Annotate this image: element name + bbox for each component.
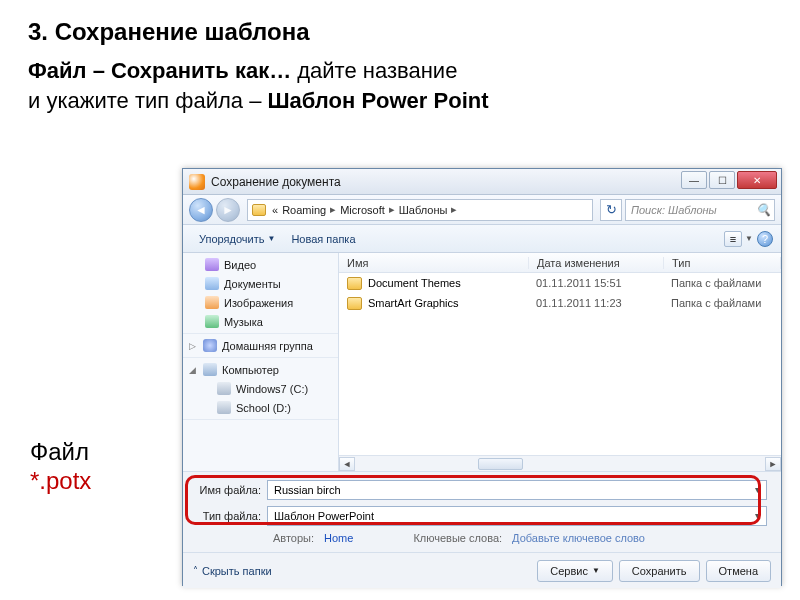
homegroup-icon (203, 339, 217, 352)
sidebar-item-video[interactable]: Видео (183, 255, 338, 274)
filename-label: Имя файла: (197, 484, 267, 496)
close-button[interactable]: ✕ (737, 171, 777, 189)
sidebar-item-drive-d[interactable]: School (D:) (183, 398, 338, 417)
sidebar-label: Документы (224, 278, 281, 290)
file-ext: *.potx (30, 467, 91, 494)
item-type: Папка с файлами (671, 277, 761, 289)
sidebar-item-pictures[interactable]: Изображения (183, 293, 338, 312)
keywords-label: Ключевые слова: (413, 532, 502, 544)
minimize-button[interactable]: — (681, 171, 707, 189)
maximize-button[interactable]: ☐ (709, 171, 735, 189)
list-header: Имя Дата изменения Тип (339, 253, 781, 273)
titlebar[interactable]: Сохранение документа — ☐ ✕ (183, 169, 781, 195)
documents-icon (205, 277, 219, 290)
sidebar-item-homegroup[interactable]: ▷Домашняя группа (183, 336, 338, 355)
crumb-1[interactable]: Microsoft (338, 204, 387, 216)
list-item[interactable]: Document Themes 01.11.2011 15:51 Папка с… (339, 273, 781, 293)
drive-icon (217, 401, 231, 414)
chevron-down-icon: ▼ (267, 234, 275, 243)
sidebar-label: Изображения (224, 297, 293, 309)
item-date: 01.11.2011 15:51 (536, 277, 671, 289)
crumb-prefix: « (270, 204, 280, 216)
instr-bold-2: Шаблон Power Point (267, 88, 488, 113)
hide-folders-button[interactable]: ˄ Скрыть папки (193, 565, 272, 577)
refresh-button[interactable]: ↻ (600, 199, 622, 221)
toolbar: Упорядочить ▼ Новая папка ≡ ▼ ? (183, 225, 781, 253)
keywords-value[interactable]: Добавьте ключевое слово (512, 532, 645, 544)
filetype-select[interactable]: Шаблон PowerPoint (267, 506, 767, 526)
help-button[interactable]: ? (757, 231, 773, 247)
hide-folders-label: Скрыть папки (202, 565, 272, 577)
tools-button[interactable]: Сервис ▼ (537, 560, 613, 582)
authors-value[interactable]: Home (324, 532, 353, 544)
chevron-down-icon: ▼ (745, 234, 753, 243)
col-name[interactable]: Имя (339, 257, 529, 269)
folder-icon (347, 297, 362, 310)
breadcrumb[interactable]: « Roaming ▸ Microsoft ▸ Шаблоны ▸ (247, 199, 593, 221)
crumb-sep: ▸ (449, 203, 459, 216)
crumb-sep: ▸ (387, 203, 397, 216)
sidebar-label: School (D:) (236, 402, 291, 414)
bottom-bar: ˄ Скрыть папки Сервис ▼ Сохранить Отмена (183, 552, 781, 588)
collapse-icon: ◢ (189, 365, 196, 375)
scroll-track[interactable] (355, 457, 765, 471)
sidebar-label: Windows7 (C:) (236, 383, 308, 395)
slide-heading: 3. Сохранение шаблона (0, 0, 800, 56)
folder-icon (347, 277, 362, 290)
search-icon: 🔍 (756, 203, 770, 217)
tools-label: Сервис (550, 565, 588, 577)
video-icon (205, 258, 219, 271)
sidebar-label: Видео (224, 259, 256, 271)
item-type: Папка с файлами (671, 297, 761, 309)
chevron-down-icon: ▼ (592, 566, 600, 575)
scroll-right-button[interactable]: ► (765, 457, 781, 471)
sidebar-item-documents[interactable]: Документы (183, 274, 338, 293)
sidebar-item-drive-c[interactable]: Windows7 (C:) (183, 379, 338, 398)
save-button[interactable]: Сохранить (619, 560, 700, 582)
music-icon (205, 315, 219, 328)
item-date: 01.11.2011 11:23 (536, 297, 671, 309)
crumb-sep: ▸ (328, 203, 338, 216)
crumb-0[interactable]: Roaming (280, 204, 328, 216)
organize-button[interactable]: Упорядочить ▼ (191, 230, 283, 248)
instr-bold-1: Файл – Сохранить как… (28, 58, 291, 83)
file-word: Файл (30, 438, 89, 465)
file-list: Имя Дата изменения Тип Document Themes 0… (339, 253, 781, 471)
sidebar-item-music[interactable]: Музыка (183, 312, 338, 331)
authors-label: Авторы: (273, 532, 314, 544)
drive-icon (217, 382, 231, 395)
pictures-icon (205, 296, 219, 309)
instr-head-2: и укажите тип файла – (28, 88, 267, 113)
view-options-button[interactable]: ≡ (724, 231, 742, 247)
sidebar-item-computer[interactable]: ◢Компьютер (183, 360, 338, 379)
sidebar-label: Музыка (224, 316, 263, 328)
nav-bar: ◄ ► « Roaming ▸ Microsoft ▸ Шаблоны ▸ ↻ … (183, 195, 781, 225)
horizontal-scrollbar[interactable]: ◄ ► (339, 455, 781, 471)
filetype-label: Тип файла: (197, 510, 267, 522)
forward-button[interactable]: ► (216, 198, 240, 222)
filename-input[interactable]: Russian birch (267, 480, 767, 500)
sidebar: Видео Документы Изображения Музыка ▷Дома… (183, 253, 339, 471)
col-type[interactable]: Тип (664, 257, 781, 269)
new-folder-button[interactable]: Новая папка (283, 230, 363, 248)
crumb-2[interactable]: Шаблоны (397, 204, 450, 216)
file-fields: Имя файла: Russian birch Тип файла: Шабл… (183, 471, 781, 552)
cancel-button[interactable]: Отмена (706, 560, 771, 582)
folder-icon (252, 204, 266, 216)
search-placeholder: Поиск: Шаблоны (631, 204, 717, 216)
chevron-up-icon: ˄ (193, 565, 198, 576)
dialog-title: Сохранение документа (211, 175, 341, 189)
back-button[interactable]: ◄ (189, 198, 213, 222)
app-icon (189, 174, 205, 190)
slide-instruction: Файл – Сохранить как… дайте название и у… (0, 56, 800, 115)
computer-icon (203, 363, 217, 376)
list-item[interactable]: SmartArt Graphics 01.11.2011 11:23 Папка… (339, 293, 781, 313)
scroll-thumb[interactable] (478, 458, 523, 470)
expand-icon: ▷ (189, 341, 196, 351)
scroll-left-button[interactable]: ◄ (339, 457, 355, 471)
file-extension-label: Файл *.potx (30, 438, 91, 496)
item-name: SmartArt Graphics (368, 297, 536, 309)
search-input[interactable]: Поиск: Шаблоны 🔍 (625, 199, 775, 221)
item-name: Document Themes (368, 277, 536, 289)
col-date[interactable]: Дата изменения (529, 257, 664, 269)
